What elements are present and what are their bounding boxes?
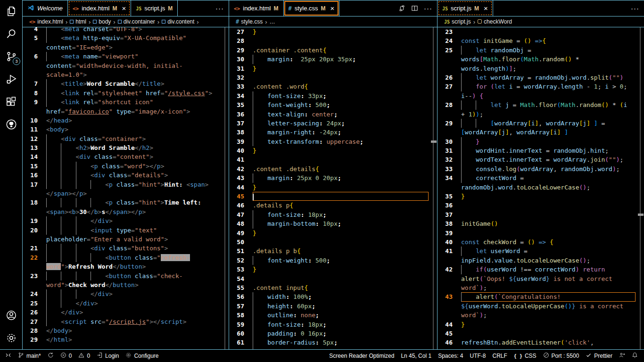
code-row: 46.details p{ (229, 201, 437, 210)
close-icon[interactable]: × (122, 4, 126, 12)
close-icon[interactable]: × (484, 4, 488, 12)
editor-actions: ··· (211, 0, 229, 16)
tab-index.html[interactable]: <>index.htmlM (229, 0, 284, 16)
action-more-icon[interactable]: ··· (215, 4, 224, 12)
scrollbar-track[interactable] (433, 27, 434, 349)
action-compare-icon[interactable] (398, 5, 405, 12)
token: "content" (116, 153, 149, 160)
token: ; (586, 257, 590, 264)
line-number: 40 (229, 146, 253, 155)
breadcrumb-item[interactable]: … (270, 18, 275, 25)
statusbar-encoding[interactable]: UTF-8 (467, 350, 489, 362)
token: </ (46, 190, 54, 197)
token (113, 181, 116, 188)
statusbar-configure[interactable]: Configure (122, 350, 162, 362)
code-text: i--) { (461, 91, 636, 100)
breadcrumb-item[interactable]: checkWord (478, 18, 512, 25)
token: input (94, 227, 113, 234)
breadcrumb-item[interactable]: JSscript.js (444, 18, 471, 25)
breadcrumb: #style.css›… (229, 16, 437, 27)
tab-style.css[interactable]: #style.cssM× (284, 0, 340, 16)
statusbar-warnings[interactable]: 0 (75, 350, 93, 362)
token: </ (76, 300, 83, 307)
token: . (505, 156, 509, 163)
statusbar-live-server-port[interactable]: Port : 5500 (540, 350, 583, 362)
token: </ (153, 318, 161, 325)
action-more-icon[interactable]: ··· (631, 4, 639, 12)
token: wordHint (476, 147, 505, 154)
token: font-size (267, 92, 300, 99)
extensions-icon[interactable] (0, 90, 22, 113)
token: b (72, 208, 76, 215)
code-editor[interactable]: 4<meta charset="UTF-8">5<meta http-equiv… (23, 27, 229, 349)
code-row: content="IE=edge"> (23, 43, 229, 52)
statusbar-prettier[interactable]: Prettier (582, 350, 616, 362)
statusbar-eol-sequence[interactable]: CRLF (489, 350, 511, 362)
close-icon[interactable]: × (330, 4, 335, 12)
action-more-icon[interactable]: ··· (424, 4, 432, 12)
breadcrumb-item[interactable]: html (70, 18, 86, 25)
code-text: } (253, 265, 429, 274)
token: < (68, 208, 72, 215)
code-row: 37 (438, 210, 644, 219)
token: "container" (101, 135, 142, 142)
statusbar-feedback[interactable] (616, 350, 628, 362)
scrollbar-track[interactable] (640, 27, 641, 349)
statusbar-errors[interactable]: 0 (57, 350, 75, 362)
breadcrumb-item[interactable]: body (93, 18, 111, 25)
line-number: 25 (438, 46, 461, 55)
code-editor[interactable]: 2324const initGame = () =>{25let randomO… (438, 27, 644, 349)
tab-Welcome[interactable]: Welcome (23, 0, 68, 16)
token: * (609, 101, 619, 108)
search-icon[interactable] (0, 23, 22, 45)
indent-guide (461, 137, 476, 146)
breadcrumb-item[interactable]: #style.css (236, 18, 263, 25)
token: div (83, 300, 94, 307)
token: script (161, 318, 183, 325)
statusbar-language-mode[interactable]: { }CSS (511, 350, 540, 362)
token: } (253, 65, 256, 72)
statusbar-cursor-position[interactable]: Ln 45, Col 1 (397, 350, 435, 362)
token: </ (91, 217, 98, 224)
statusbar-screen-reader-mode[interactable]: Screen Reader Optimized (326, 350, 397, 362)
line-number: 7 (23, 79, 46, 88)
token (476, 92, 479, 99)
settings-gear-icon[interactable] (0, 327, 22, 349)
code-row: 16<div class="details"> (23, 171, 229, 180)
scrollbar-track[interactable] (224, 27, 225, 349)
token: let (491, 101, 505, 108)
statusbar-login[interactable]: Login (93, 350, 122, 362)
code-row: 21<div class="buttons"> (23, 244, 229, 253)
token: width (267, 293, 286, 300)
tab-script.js[interactable]: JSscript.jsM (131, 0, 178, 16)
indent-guide (253, 137, 267, 146)
breadcrumb-item[interactable]: div.container (118, 18, 155, 25)
tab-script.js[interactable]: JSscript.jsM× (438, 0, 493, 16)
explorer-icon[interactable] (0, 0, 22, 23)
account-icon[interactable] (0, 304, 22, 327)
token: href (46, 108, 61, 115)
code-editor[interactable]: 27}2829.container .content{30margin: 25p… (229, 27, 437, 349)
token: } (253, 28, 256, 35)
source-control-icon[interactable]: 3 (0, 45, 22, 68)
statusbar-remote-indicator[interactable] (2, 350, 15, 362)
action-split-icon[interactable] (411, 5, 418, 12)
github-icon[interactable] (0, 113, 22, 136)
tab-index.html[interactable]: <>index.htmlM× (68, 0, 131, 16)
indent-guide (461, 73, 476, 82)
token: rel (83, 99, 94, 106)
code-text: .details p b{ (253, 247, 429, 255)
token: = (94, 99, 98, 106)
breadcrumb-item[interactable]: div.content (162, 18, 194, 25)
statusbar-indentation[interactable]: Spaces: 4 (435, 350, 466, 362)
statusbar-sync-changes[interactable] (44, 350, 57, 362)
indent-guide (253, 110, 267, 119)
breadcrumb-item[interactable]: <>index.html (29, 18, 63, 25)
code-text (253, 238, 429, 247)
statusbar-notifications[interactable] (628, 350, 641, 362)
statusbar-git-branch[interactable]: main* (15, 350, 44, 362)
run-debug-icon[interactable] (0, 68, 22, 90)
indent-guide (46, 289, 61, 298)
token: p (157, 163, 161, 170)
code-text: <p class="hint">Time left: (46, 198, 220, 207)
